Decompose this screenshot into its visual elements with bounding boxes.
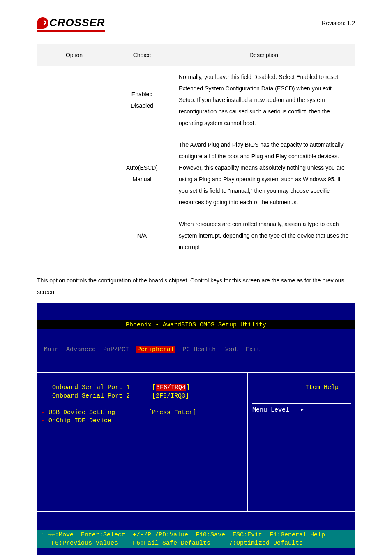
menu-main[interactable]: Main — [44, 346, 59, 353]
table-row: Enabled Disabled Normally, you leave thi… — [37, 66, 355, 134]
table-row: Auto(ESCD) Manual The Award Plug and Pla… — [37, 134, 355, 213]
menu-boot[interactable]: Boot — [223, 346, 238, 353]
bios-left-pane: Onboard Serial Port 1 [3F8/IRQ4] Onboard… — [37, 373, 248, 511]
cell-description: Normally, you leave this field Disabled.… — [173, 66, 355, 134]
th-description: Description — [173, 44, 355, 66]
cell-description: The Award Plug and Play BIOS has the cap… — [173, 134, 355, 213]
submenu-marker-icon: ▸ — [41, 417, 45, 424]
cell-description: When resources are controlled manually, … — [173, 213, 355, 258]
menu-level: Menu Level ▸ — [252, 403, 351, 414]
cell-option — [37, 66, 111, 134]
page-header: CROSSER Revision: 1.2 — [37, 16, 355, 32]
footer-keys-line2: F5:Previous Values F6:Fail-Safe Defaults… — [40, 540, 303, 547]
bios-footer: ↑↓→←:Move Enter:Select +/-/PU/PD:Value F… — [37, 529, 355, 549]
table-row: N/A When resources are controlled manual… — [37, 213, 355, 258]
bios-menubar: Main Advanced PnP/PCI Peripheral PC Heal… — [37, 346, 355, 355]
logo-text: CROSSER — [49, 16, 105, 29]
bios-title: Phoenix - AwardBIOS CMOS Setup Utility — [37, 320, 355, 329]
cell-choice: N/A — [111, 213, 173, 258]
brand-logo: CROSSER — [37, 16, 105, 32]
menu-advanced[interactable]: Advanced — [66, 346, 96, 353]
submenu-marker-icon: ▸ — [41, 409, 45, 416]
item-help-label: Item Help — [252, 384, 351, 392]
cell-choice: Enabled Disabled — [111, 66, 173, 134]
serial-port-2-label[interactable]: Onboard Serial Port 2 — [52, 393, 130, 400]
bios-screenshot: Phoenix - AwardBIOS CMOS Setup Utility M… — [37, 303, 355, 555]
cell-choice: Auto(ESCD) Manual — [111, 134, 173, 213]
revision-text: Revision: 1.2 — [322, 20, 355, 26]
menu-pc-health[interactable]: PC Health — [182, 346, 216, 353]
options-table: Option Choice Description Enabled Disabl… — [37, 44, 355, 258]
cell-option — [37, 134, 111, 213]
usb-device-value: [Press Enter] — [148, 409, 196, 416]
cell-option — [37, 213, 111, 258]
intro-paragraph: This option controls the configuration o… — [37, 275, 355, 298]
menu-exit[interactable]: Exit — [245, 346, 260, 353]
logo-swirl-icon — [37, 17, 48, 29]
th-option: Option — [37, 44, 111, 66]
footer-keys-line1: ↑↓→←:Move Enter:Select +/-/PU/PD:Value F… — [40, 532, 325, 539]
bios-help-pane: Item Help Menu Level ▸ — [248, 373, 355, 511]
menu-peripheral[interactable]: Peripheral — [136, 346, 175, 353]
usb-device-setting[interactable]: USB Device Setting — [48, 409, 115, 416]
bios-body: Onboard Serial Port 1 [3F8/IRQ4] Onboard… — [37, 372, 355, 512]
menu-pnp-pci[interactable]: PnP/PCI — [103, 346, 129, 353]
serial-port-1-value: [3F8/IRQ4] — [152, 384, 190, 391]
onchip-ide-device[interactable]: OnChip IDE Device — [48, 417, 111, 424]
serial-port-2-value: [2F8/IRQ3] — [152, 393, 189, 400]
serial-port-1-label[interactable]: Onboard Serial Port 1 — [52, 384, 130, 391]
th-choice: Choice — [111, 44, 173, 66]
